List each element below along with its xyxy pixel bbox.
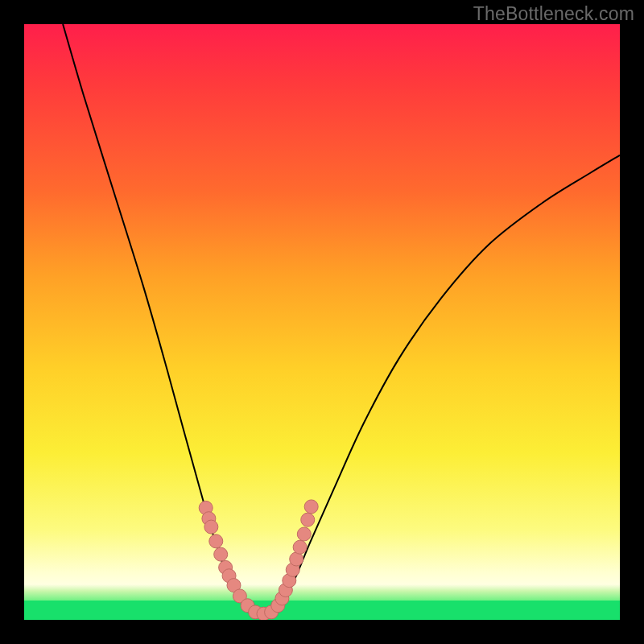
marker-dot (301, 513, 315, 526)
chart-container: TheBottleneck.com (0, 0, 644, 644)
curve-overlay (24, 24, 620, 620)
watermark-text: TheBottleneck.com (473, 3, 634, 25)
marker-dot (204, 520, 218, 534)
bottleneck-curve (63, 24, 620, 617)
marker-dot (214, 547, 228, 561)
v-curve-path (63, 24, 620, 617)
plot-area (24, 24, 620, 620)
marker-dot (304, 500, 318, 514)
marker-dot (297, 527, 311, 541)
marker-dot (209, 535, 223, 548)
marker-dots (199, 500, 318, 620)
marker-dot (293, 540, 307, 554)
